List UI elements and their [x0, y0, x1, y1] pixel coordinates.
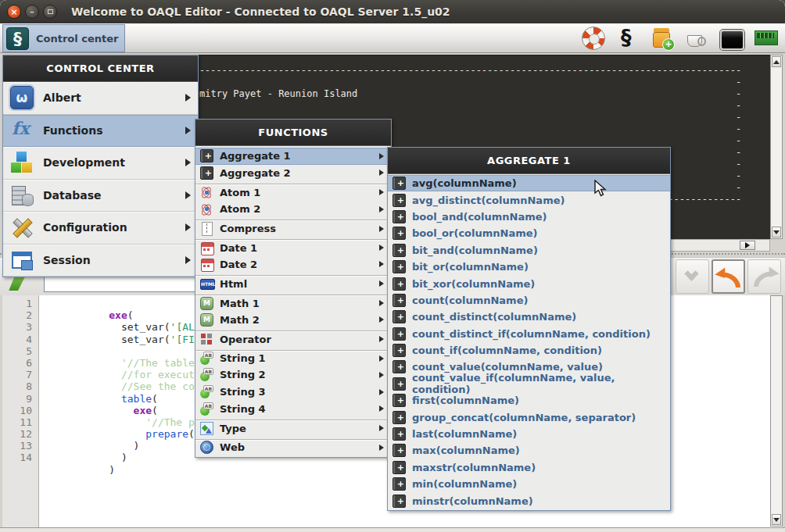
console-box-edge: -: [736, 123, 741, 134]
scroll-up-icon[interactable]: [772, 56, 781, 67]
console-vertical-scrollbar[interactable]: [770, 55, 783, 239]
console-box-edge: -: [736, 159, 741, 170]
control-center-menu-item[interactable]: Functions: [3, 115, 198, 148]
scroll-down-icon[interactable]: [772, 514, 781, 525]
control-center-menu-item[interactable]: Albert: [3, 82, 198, 115]
aggregate-function-item[interactable]: avg_distinct(columnName): [388, 191, 670, 208]
control-center-menu-item[interactable]: Session: [3, 245, 198, 277]
functions-menu-item[interactable]: Atom 1: [195, 184, 391, 201]
code-segment: table: [121, 393, 152, 405]
functions-menu-item[interactable]: String 2: [195, 366, 391, 384]
aggregate-function-item[interactable]: count_distinct_if(columnName, condition): [388, 326, 670, 342]
network-card[interactable]: [754, 27, 777, 50]
aggregate-function-item[interactable]: maxstr(columnName): [388, 459, 670, 476]
submenu-arrow-icon: [379, 245, 384, 251]
aggregate-function-item[interactable]: bit_and(columnName): [388, 242, 670, 259]
console-box-edge: -: [736, 147, 741, 158]
functions-menu-item[interactable]: String 3: [195, 384, 391, 401]
functions-menu-item[interactable]: Math 2: [195, 311, 391, 328]
functions-menu-item[interactable]: Html: [195, 275, 391, 292]
control-center-menu: CONTROL CENTER Albert Functions Develop: [2, 55, 199, 277]
terminal[interactable]: [719, 27, 743, 50]
functions-menu-item[interactable]: String 4: [195, 400, 391, 417]
function-signature: min(columnName): [412, 478, 517, 490]
editor-vertical-scrollbar[interactable]: [770, 295, 783, 527]
console-box-edge: -: [736, 182, 741, 193]
undo-icon: [718, 267, 741, 287]
functions-menu-item[interactable]: Aggregate 1: [195, 148, 391, 165]
functions-menu-item[interactable]: Math 1: [195, 295, 391, 312]
aggregate-icon: [392, 377, 406, 391]
aggregate-function-item[interactable]: max(columnName): [388, 442, 670, 459]
control-center-button[interactable]: § Control center: [2, 24, 125, 52]
undo-button[interactable]: [712, 259, 745, 294]
line-number: 11: [2, 416, 38, 428]
maximize-button-icon[interactable]: [43, 5, 57, 19]
control-center-menu-item[interactable]: Database: [3, 180, 198, 212]
aggregate-function-item[interactable]: bit_xor(columnName): [388, 275, 670, 291]
menu-item-label: Development: [43, 156, 125, 169]
submenu-arrow-icon: [379, 280, 384, 287]
menu-item-label: Html: [220, 278, 247, 290]
help-lifering[interactable]: [582, 27, 605, 50]
aggregate-function-item[interactable]: bool_and(columnName): [388, 209, 670, 225]
aggregate-function-item[interactable]: min(columnName): [388, 476, 670, 492]
html: [200, 277, 213, 291]
aggregate-function-item[interactable]: count_distinct(columnName): [388, 309, 670, 325]
date: [200, 241, 213, 255]
aggregate-function-item[interactable]: count_value_if(columnName, value, condit…: [388, 376, 670, 392]
code-segment: (: [152, 405, 158, 416]
aggregate-icon: [392, 277, 406, 291]
aggregate-icon: [392, 477, 406, 491]
aggregate-function-item[interactable]: avg(columnName): [388, 175, 670, 191]
functions-menu: FUNCTIONS Aggregate 1 Aggregate 2 Atom: [195, 119, 392, 458]
functions-menu-item[interactable]: Operator: [195, 330, 391, 348]
code-segment: prepare: [145, 428, 188, 440]
control-center-menu-item[interactable]: Configuration: [3, 212, 198, 245]
functions-menu-item[interactable]: String 1: [195, 350, 391, 367]
collapse-button[interactable]: [676, 259, 709, 294]
aggregate-function-item[interactable]: group_concat(columnName, separator): [388, 409, 670, 425]
submenu-arrow-icon: [379, 300, 384, 306]
functions-menu-item[interactable]: Web: [195, 439, 391, 456]
close-button-icon[interactable]: ×: [7, 5, 21, 19]
aggregate: [200, 149, 213, 162]
aggregate-function-item[interactable]: count_if(columnName, condition): [388, 342, 670, 359]
line-number: 6: [2, 357, 38, 369]
functions-menu-item[interactable]: Compress: [195, 220, 391, 237]
line-number-gutter: 1 2 3 4 5 6 7 8 9 10 11 12: [2, 295, 39, 527]
function-signature: count(columnName): [412, 295, 528, 306]
console-box-edge: -: [736, 112, 741, 123]
menu-item-label: Date 2: [220, 259, 257, 270]
functions-menu-item[interactable]: Type: [195, 420, 391, 437]
code-segment: exe: [134, 405, 152, 416]
function-signature: first(columnName): [412, 395, 519, 406]
menu-item-label: Type: [220, 423, 246, 434]
submenu-arrow-icon: [379, 226, 384, 232]
functions-menu-item[interactable]: Date 2: [195, 256, 391, 273]
submenu-arrow-icon: [379, 261, 384, 267]
code-segment: [109, 393, 121, 405]
aggregate-function-item[interactable]: bit_or(columnName): [388, 259, 670, 275]
scroll-down-icon[interactable]: [772, 227, 781, 237]
control-center-menu-item[interactable]: Development: [3, 147, 198, 180]
code-segment: set_var(: [109, 321, 170, 333]
console-text: mitry Payet - Reunion Island: [199, 88, 357, 99]
aggregate-function-item[interactable]: count(columnName): [388, 292, 670, 309]
scroll-right-icon[interactable]: [740, 241, 755, 250]
aggregate-function-item[interactable]: bool_or(columnName): [388, 225, 670, 241]
minimize-button-icon[interactable]: –: [25, 5, 39, 19]
line-number: 12: [2, 428, 38, 440]
functions-menu-item[interactable]: Date 1: [195, 239, 391, 256]
menu-item-label: Database: [43, 189, 102, 202]
aggregate-function-item[interactable]: minstr(columnName): [388, 492, 670, 509]
add-plugin[interactable]: [651, 27, 674, 50]
functions-menu-item[interactable]: Atom 2: [195, 201, 391, 218]
functions-menu-item[interactable]: Aggregate 2: [195, 165, 391, 182]
aggregate-function-item[interactable]: last(columnName): [388, 426, 670, 442]
submenu-arrow-icon: [379, 336, 384, 342]
coffee[interactable]: [685, 27, 708, 50]
redo-button[interactable]: [747, 259, 781, 294]
snake[interactable]: [616, 27, 640, 50]
string: [200, 352, 213, 365]
